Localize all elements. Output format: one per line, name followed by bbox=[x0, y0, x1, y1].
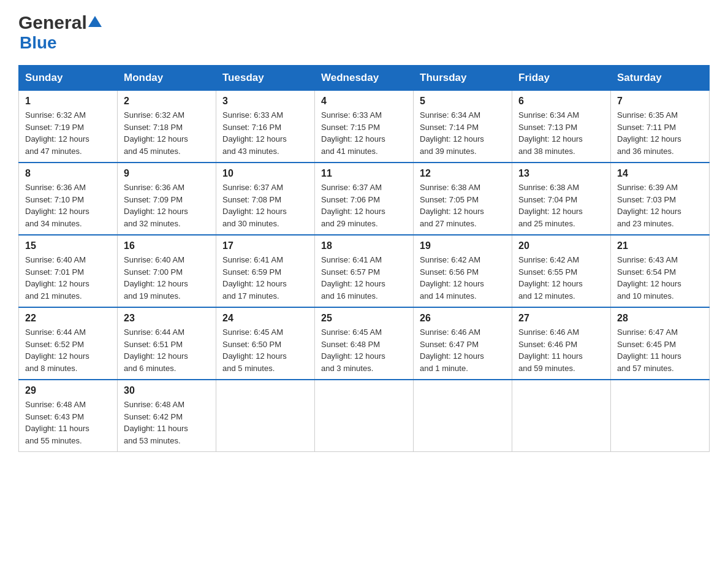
week-row-4: 22Sunrise: 6:44 AMSunset: 6:52 PMDayligh… bbox=[19, 307, 710, 380]
day-cell-16: 16Sunrise: 6:40 AMSunset: 7:00 PMDayligh… bbox=[118, 235, 216, 307]
day-info-27: Sunrise: 6:46 AMSunset: 6:46 PMDaylight:… bbox=[518, 326, 604, 374]
day-cell-22: 22Sunrise: 6:44 AMSunset: 6:52 PMDayligh… bbox=[19, 307, 118, 380]
day-info-14: Sunrise: 6:39 AMSunset: 7:03 PMDaylight:… bbox=[617, 182, 703, 229]
week-row-5: 29Sunrise: 6:48 AMSunset: 6:43 PMDayligh… bbox=[19, 380, 710, 452]
day-number-30: 30 bbox=[124, 385, 210, 396]
day-info-5: Sunrise: 6:34 AMSunset: 7:14 PMDaylight:… bbox=[420, 109, 506, 157]
day-cell-28: 28Sunrise: 6:47 AMSunset: 6:45 PMDayligh… bbox=[611, 307, 710, 380]
day-info-29: Sunrise: 6:48 AMSunset: 6:43 PMDaylight:… bbox=[25, 399, 111, 446]
header-row: SundayMondayTuesdayWednesdayThursdayFrid… bbox=[19, 66, 710, 91]
day-number-23: 23 bbox=[124, 313, 210, 324]
week-row-3: 15Sunrise: 6:40 AMSunset: 7:01 PMDayligh… bbox=[19, 235, 710, 307]
day-number-3: 3 bbox=[222, 96, 308, 107]
day-number-26: 26 bbox=[420, 313, 506, 324]
day-number-7: 7 bbox=[617, 96, 703, 107]
day-cell-12: 12Sunrise: 6:38 AMSunset: 7:05 PMDayligh… bbox=[414, 163, 512, 235]
day-number-15: 15 bbox=[25, 240, 111, 251]
day-info-22: Sunrise: 6:44 AMSunset: 6:52 PMDaylight:… bbox=[25, 326, 111, 374]
day-number-12: 12 bbox=[420, 168, 506, 179]
empty-cell bbox=[216, 380, 315, 452]
day-number-1: 1 bbox=[25, 96, 111, 107]
day-cell-19: 19Sunrise: 6:42 AMSunset: 6:56 PMDayligh… bbox=[414, 235, 512, 307]
header-monday: Monday bbox=[118, 66, 216, 91]
day-info-26: Sunrise: 6:46 AMSunset: 6:47 PMDaylight:… bbox=[420, 326, 506, 374]
day-info-16: Sunrise: 6:40 AMSunset: 7:00 PMDaylight:… bbox=[124, 254, 210, 302]
day-cell-1: 1Sunrise: 6:32 AMSunset: 7:19 PMDaylight… bbox=[19, 91, 118, 163]
header-wednesday: Wednesday bbox=[315, 66, 414, 91]
day-number-19: 19 bbox=[420, 240, 506, 251]
day-number-4: 4 bbox=[321, 96, 407, 107]
day-number-11: 11 bbox=[321, 168, 407, 179]
day-cell-25: 25Sunrise: 6:45 AMSunset: 6:48 PMDayligh… bbox=[315, 307, 414, 380]
day-cell-24: 24Sunrise: 6:45 AMSunset: 6:50 PMDayligh… bbox=[216, 307, 315, 380]
day-number-5: 5 bbox=[420, 96, 506, 107]
day-number-28: 28 bbox=[617, 313, 703, 324]
day-number-16: 16 bbox=[124, 240, 210, 251]
day-number-10: 10 bbox=[222, 168, 308, 179]
day-info-23: Sunrise: 6:44 AMSunset: 6:51 PMDaylight:… bbox=[124, 326, 210, 374]
header-friday: Friday bbox=[512, 66, 611, 91]
day-number-20: 20 bbox=[518, 240, 604, 251]
day-cell-4: 4Sunrise: 6:33 AMSunset: 7:15 PMDaylight… bbox=[315, 91, 414, 163]
day-cell-5: 5Sunrise: 6:34 AMSunset: 7:14 PMDaylight… bbox=[414, 91, 512, 163]
day-number-25: 25 bbox=[321, 313, 407, 324]
day-info-30: Sunrise: 6:48 AMSunset: 6:42 PMDaylight:… bbox=[124, 399, 210, 446]
day-cell-9: 9Sunrise: 6:36 AMSunset: 7:09 PMDaylight… bbox=[118, 163, 216, 235]
header-sunday: Sunday bbox=[19, 66, 118, 91]
empty-cell bbox=[414, 380, 512, 452]
day-info-11: Sunrise: 6:37 AMSunset: 7:06 PMDaylight:… bbox=[321, 182, 407, 229]
day-cell-29: 29Sunrise: 6:48 AMSunset: 6:43 PMDayligh… bbox=[19, 380, 118, 452]
day-cell-7: 7Sunrise: 6:35 AMSunset: 7:11 PMDaylight… bbox=[611, 91, 710, 163]
day-cell-23: 23Sunrise: 6:44 AMSunset: 6:51 PMDayligh… bbox=[118, 307, 216, 380]
day-number-22: 22 bbox=[25, 313, 111, 324]
header-thursday: Thursday bbox=[414, 66, 512, 91]
day-number-8: 8 bbox=[25, 168, 111, 179]
day-cell-6: 6Sunrise: 6:34 AMSunset: 7:13 PMDaylight… bbox=[512, 91, 611, 163]
day-cell-20: 20Sunrise: 6:42 AMSunset: 6:55 PMDayligh… bbox=[512, 235, 611, 307]
day-cell-26: 26Sunrise: 6:46 AMSunset: 6:47 PMDayligh… bbox=[414, 307, 512, 380]
week-row-1: 1Sunrise: 6:32 AMSunset: 7:19 PMDaylight… bbox=[19, 91, 710, 163]
day-info-10: Sunrise: 6:37 AMSunset: 7:08 PMDaylight:… bbox=[222, 182, 308, 229]
day-info-9: Sunrise: 6:36 AMSunset: 7:09 PMDaylight:… bbox=[124, 182, 210, 229]
day-number-13: 13 bbox=[518, 168, 604, 179]
day-number-21: 21 bbox=[617, 240, 703, 251]
day-number-17: 17 bbox=[222, 240, 308, 251]
day-cell-14: 14Sunrise: 6:39 AMSunset: 7:03 PMDayligh… bbox=[611, 163, 710, 235]
page-header: General Blue bbox=[18, 12, 710, 53]
day-info-2: Sunrise: 6:32 AMSunset: 7:18 PMDaylight:… bbox=[124, 109, 210, 157]
day-cell-21: 21Sunrise: 6:43 AMSunset: 6:54 PMDayligh… bbox=[611, 235, 710, 307]
day-info-19: Sunrise: 6:42 AMSunset: 6:56 PMDaylight:… bbox=[420, 254, 506, 302]
day-info-15: Sunrise: 6:40 AMSunset: 7:01 PMDaylight:… bbox=[25, 254, 111, 302]
day-cell-30: 30Sunrise: 6:48 AMSunset: 6:42 PMDayligh… bbox=[118, 380, 216, 452]
day-info-13: Sunrise: 6:38 AMSunset: 7:04 PMDaylight:… bbox=[518, 182, 604, 229]
day-info-24: Sunrise: 6:45 AMSunset: 6:50 PMDaylight:… bbox=[222, 326, 308, 374]
day-info-8: Sunrise: 6:36 AMSunset: 7:10 PMDaylight:… bbox=[25, 182, 111, 229]
day-number-2: 2 bbox=[124, 96, 210, 107]
header-saturday: Saturday bbox=[611, 66, 710, 91]
day-info-20: Sunrise: 6:42 AMSunset: 6:55 PMDaylight:… bbox=[518, 254, 604, 302]
day-cell-3: 3Sunrise: 6:33 AMSunset: 7:16 PMDaylight… bbox=[216, 91, 315, 163]
day-number-9: 9 bbox=[124, 168, 210, 179]
empty-cell bbox=[611, 380, 710, 452]
week-row-2: 8Sunrise: 6:36 AMSunset: 7:10 PMDaylight… bbox=[19, 163, 710, 235]
day-number-24: 24 bbox=[222, 313, 308, 324]
empty-cell bbox=[315, 380, 414, 452]
header-tuesday: Tuesday bbox=[216, 66, 315, 91]
day-info-18: Sunrise: 6:41 AMSunset: 6:57 PMDaylight:… bbox=[321, 254, 407, 302]
day-number-18: 18 bbox=[321, 240, 407, 251]
calendar-table: SundayMondayTuesdayWednesdayThursdayFrid… bbox=[18, 65, 710, 452]
day-info-28: Sunrise: 6:47 AMSunset: 6:45 PMDaylight:… bbox=[617, 326, 703, 374]
day-info-3: Sunrise: 6:33 AMSunset: 7:16 PMDaylight:… bbox=[222, 109, 308, 157]
logo-blue-text: Blue bbox=[20, 33, 57, 52]
day-cell-8: 8Sunrise: 6:36 AMSunset: 7:10 PMDaylight… bbox=[19, 163, 118, 235]
day-info-21: Sunrise: 6:43 AMSunset: 6:54 PMDaylight:… bbox=[617, 254, 703, 302]
day-cell-13: 13Sunrise: 6:38 AMSunset: 7:04 PMDayligh… bbox=[512, 163, 611, 235]
day-info-12: Sunrise: 6:38 AMSunset: 7:05 PMDaylight:… bbox=[420, 182, 506, 229]
day-number-14: 14 bbox=[617, 168, 703, 179]
day-cell-18: 18Sunrise: 6:41 AMSunset: 6:57 PMDayligh… bbox=[315, 235, 414, 307]
day-number-6: 6 bbox=[518, 96, 604, 107]
day-number-29: 29 bbox=[25, 385, 111, 396]
day-info-6: Sunrise: 6:34 AMSunset: 7:13 PMDaylight:… bbox=[518, 109, 604, 157]
day-number-27: 27 bbox=[518, 313, 604, 324]
day-info-1: Sunrise: 6:32 AMSunset: 7:19 PMDaylight:… bbox=[25, 109, 111, 157]
